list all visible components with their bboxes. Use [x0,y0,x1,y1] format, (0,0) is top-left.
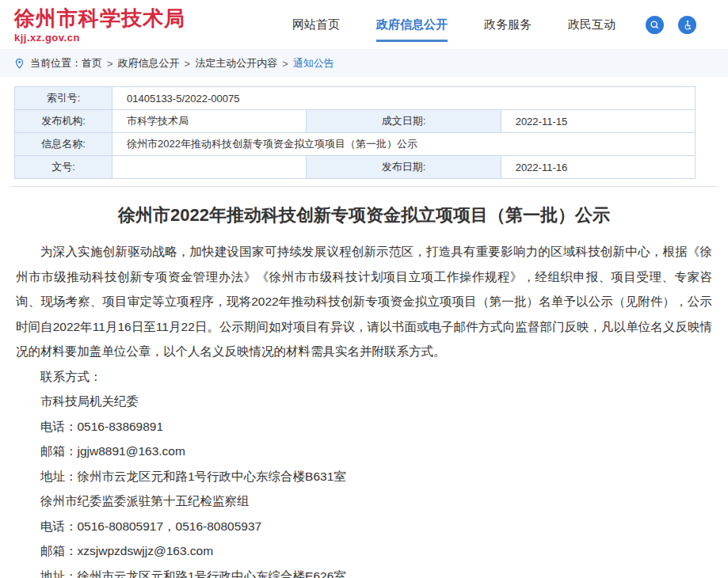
meta-index-value: 01405133-5/2022-00075 [112,87,696,110]
nav-item-home[interactable]: 网站首页 [292,17,340,32]
nav-item-services[interactable]: 政务服务 [484,17,532,32]
contact-address-1: 地址：徐州市云龙区元和路1号行政中心东综合楼B631室 [16,464,712,489]
contact-email-2: 邮箱：xzsjwpzdswjjz@163.com [16,538,712,564]
breadcrumb-info-disclosure[interactable]: 政府信息公开 [118,56,180,70]
breadcrumb-separator: > [282,58,288,70]
nav-item-interaction[interactable]: 政民互动 [568,17,616,32]
meta-doc-no-label: 文号: [15,156,112,179]
contact-heading: 联系方式： [16,364,712,390]
meta-name-label: 信息名称: [15,133,112,156]
table-row: 文号: 发布日期: 2022-11-16 [15,156,696,179]
breadcrumb-separator: > [185,58,191,70]
site-logo[interactable]: 徐州市科学技术局 kjj.xz.gov.cn [14,6,185,44]
meta-org-value: 市科学技术局 [112,110,307,133]
table-row: 发布机构: 市科学技术局 成文日期: 2022-11-15 [15,110,696,133]
meta-index-label: 索引号: [15,87,112,110]
meta-written-date-label: 成文日期: [307,110,501,133]
breadcrumb-home[interactable]: 首页 [82,56,102,70]
site-domain: kjj.xz.gov.cn [14,32,185,44]
contact-address-2: 地址：徐州市云龙区元和路1号行政中心东综合楼E626室 [16,564,712,578]
breadcrumb-notices[interactable]: 通知公告 [293,56,334,70]
meta-org-label: 发布机构: [15,110,112,133]
article-paragraph: 为深入实施创新驱动战略，加快建设国家可持续发展议程创新示范区，打造具有重要影响力… [16,239,712,364]
doc-meta-table: 索引号: 01405133-5/2022-00075 发布机构: 市科学技术局 … [14,86,696,179]
breadcrumb-label: 当前位置： [30,56,82,70]
site-title: 徐州市科学技术局 [14,6,185,30]
accessibility-button[interactable] [678,16,696,34]
article-body: 为深入实施创新驱动战略，加快建设国家可持续发展议程创新示范区，打造具有重要影响力… [16,239,712,578]
breadcrumb-statutory-content[interactable]: 法定主动公开内容 [195,56,277,70]
contact-phone-2: 电话：0516-80805917，0516-80805937 [16,514,712,539]
meta-name-value: 徐州市2022年推动科技创新专项资金拟立项项目（第一批）公示 [112,133,696,156]
article-title: 徐州市2022年推动科技创新专项资金拟立项项目（第一批）公示 [16,203,712,227]
table-row: 索引号: 01405133-5/2022-00075 [15,87,696,110]
contact-org-1: 市科技局机关纪委 [16,389,712,414]
breadcrumb-separator: > [107,58,113,70]
meta-doc-no-value [112,156,307,179]
divider [11,186,717,187]
meta-written-date-value: 2022-11-15 [501,110,695,133]
search-icon [650,20,660,30]
location-pin-icon [14,58,25,70]
contact-phone-1: 电话：0516-83869891 [16,414,712,439]
nav-item-info-disclosure[interactable]: 政府信息公开 [376,17,448,32]
contact-email-1: 邮箱：jgjw8891@163.com [16,439,712,464]
search-button[interactable] [646,16,664,34]
table-row: 信息名称: 徐州市2022年推动科技创新专项资金拟立项项目（第一批）公示 [15,133,696,156]
breadcrumb: 当前位置： 首页 > 政府信息公开 > 法定主动公开内容 > 通知公告 [0,49,728,78]
article: 徐州市2022年推动科技创新专项资金拟立项项目（第一批）公示 为深入实施创新驱动… [0,203,728,578]
meta-pub-date-label: 发布日期: [307,156,501,179]
meta-pub-date-value: 2022-11-16 [501,156,695,179]
contact-org-2: 徐州市纪委监委派驻第十五纪检监察组 [16,489,712,514]
accessibility-icon [682,20,692,30]
main-nav: 网站首页 政府信息公开 政务服务 政民互动 [292,17,616,32]
header-icons [646,16,696,34]
site-header: 徐州市科学技术局 kjj.xz.gov.cn 网站首页 政府信息公开 政务服务 … [0,0,728,49]
